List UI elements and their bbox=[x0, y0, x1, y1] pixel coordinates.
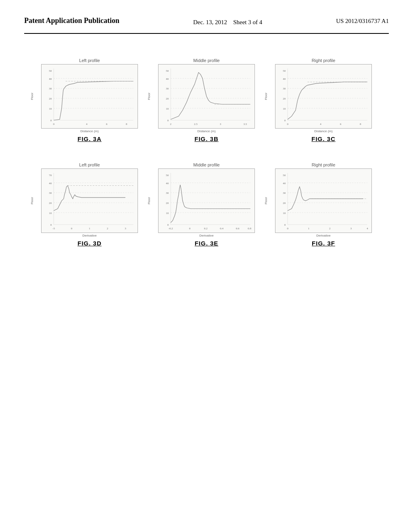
fig3f-yaxis: Floor bbox=[264, 197, 268, 204]
svg-text:40: 40 bbox=[49, 181, 52, 184]
svg-text:0.4: 0.4 bbox=[220, 227, 223, 230]
svg-text:0.8: 0.8 bbox=[248, 227, 251, 230]
figure-3b-block: Middle profile Floor bbox=[154, 58, 259, 142]
svg-text:0: 0 bbox=[189, 227, 191, 230]
fig3a-chart: 0 10 20 30 40 50 0 4 6 8 bbox=[41, 64, 138, 129]
svg-text:40: 40 bbox=[283, 77, 286, 80]
fig3c-xaxis: Distance (m) bbox=[314, 129, 332, 133]
svg-text:8: 8 bbox=[126, 123, 127, 125]
svg-text:0: 0 bbox=[71, 227, 73, 230]
svg-text:6: 6 bbox=[340, 123, 342, 125]
figures-row-1: Left profile Floor bbox=[24, 58, 389, 142]
svg-text:10: 10 bbox=[283, 107, 286, 110]
svg-text:0: 0 bbox=[50, 223, 52, 226]
fig3f-label: FIG. 3F bbox=[312, 240, 335, 247]
svg-text:3: 3 bbox=[350, 227, 352, 230]
figures-container: Left profile Floor bbox=[24, 58, 389, 247]
svg-text:50: 50 bbox=[49, 69, 52, 72]
svg-text:30: 30 bbox=[166, 191, 169, 194]
svg-text:0: 0 bbox=[167, 223, 169, 226]
svg-text:20: 20 bbox=[49, 201, 52, 204]
svg-text:10: 10 bbox=[49, 107, 52, 110]
publication-label: Patent Application Publication bbox=[24, 16, 119, 25]
svg-text:0: 0 bbox=[167, 119, 169, 122]
fig3b-wrapper: Floor bbox=[158, 64, 255, 133]
svg-text:10: 10 bbox=[166, 107, 169, 110]
figures-row-2: Left profile Floor bbox=[24, 162, 389, 247]
svg-text:0.2: 0.2 bbox=[204, 227, 208, 230]
fig3b-chart: 0 10 20 30 40 50 2 2.5 3 3.5 bbox=[158, 64, 255, 129]
svg-text:1: 1 bbox=[89, 227, 90, 230]
patent-number: US 2012/0316737 A1 bbox=[336, 16, 389, 25]
fig3e-title: Middle profile bbox=[193, 162, 219, 167]
svg-text:4: 4 bbox=[320, 123, 321, 125]
fig3d-label: FIG. 3D bbox=[77, 240, 102, 247]
svg-text:40: 40 bbox=[49, 77, 52, 80]
svg-text:0: 0 bbox=[284, 223, 286, 226]
svg-text:4: 4 bbox=[86, 123, 88, 125]
svg-text:30: 30 bbox=[283, 191, 286, 194]
fig3d-xaxis: Derivative bbox=[82, 234, 97, 237]
svg-text:0: 0 bbox=[287, 227, 288, 230]
pub-date: Dec. 13, 2012 bbox=[193, 19, 227, 25]
fig3f-xaxis: Derivative bbox=[316, 234, 331, 237]
svg-text:10: 10 bbox=[49, 211, 52, 214]
svg-text:4: 4 bbox=[367, 227, 368, 230]
fig3c-title: Right profile bbox=[312, 58, 336, 63]
svg-text:1: 1 bbox=[308, 227, 310, 230]
figure-3f-block: Right profile Floor bbox=[271, 162, 376, 247]
figure-3a-block: Left profile Floor bbox=[37, 58, 142, 142]
svg-text:40: 40 bbox=[166, 77, 169, 80]
svg-text:0.6: 0.6 bbox=[236, 227, 240, 230]
fig3a-title: Left profile bbox=[79, 58, 100, 63]
svg-text:40: 40 bbox=[166, 181, 169, 184]
svg-text:6: 6 bbox=[106, 123, 108, 125]
svg-text:2: 2 bbox=[170, 123, 171, 125]
svg-text:2: 2 bbox=[329, 227, 331, 230]
fig3e-label: FIG. 3E bbox=[195, 240, 219, 247]
fig3c-wrapper: Floor bbox=[275, 64, 372, 133]
svg-text:20: 20 bbox=[49, 97, 52, 100]
fig3c-chart: 0 10 20 30 40 50 0 4 6 8 bbox=[275, 64, 372, 129]
fig3c-label: FIG. 3C bbox=[311, 135, 336, 142]
svg-text:0: 0 bbox=[53, 123, 54, 125]
fig3d-yaxis: Floor bbox=[30, 197, 34, 204]
svg-text:30: 30 bbox=[166, 87, 169, 90]
svg-text:3: 3 bbox=[220, 123, 221, 125]
fig3e-wrapper: Floor bbox=[158, 168, 255, 237]
svg-text:40: 40 bbox=[283, 181, 286, 184]
fig3a-yaxis: Floor bbox=[30, 92, 34, 100]
svg-text:30: 30 bbox=[49, 191, 52, 194]
fig3f-chart: 0 10 20 30 40 50 0 1 2 3 4 bbox=[275, 168, 372, 233]
svg-text:10: 10 bbox=[166, 211, 169, 214]
fig3f-title: Right profile bbox=[312, 162, 336, 167]
svg-text:0: 0 bbox=[284, 119, 286, 122]
svg-text:50: 50 bbox=[166, 69, 169, 72]
fig3b-yaxis: Floor bbox=[147, 92, 151, 100]
figure-3e-block: Middle profile Floor bbox=[154, 162, 259, 247]
figure-3c-block: Right profile Floor bbox=[271, 58, 376, 142]
fig3a-label: FIG. 3A bbox=[77, 135, 102, 142]
fig3b-title: Middle profile bbox=[193, 58, 219, 63]
svg-text:0: 0 bbox=[50, 119, 52, 122]
svg-text:3.5: 3.5 bbox=[243, 123, 247, 125]
svg-text:3: 3 bbox=[125, 227, 126, 230]
fig3b-label: FIG. 3B bbox=[194, 135, 219, 142]
header-divider bbox=[24, 33, 389, 34]
svg-text:-5: -5 bbox=[52, 227, 55, 230]
svg-text:20: 20 bbox=[283, 97, 286, 100]
fig3d-chart: 0 10 20 30 40 70 -5 0 1 2 3 bbox=[41, 168, 138, 233]
svg-text:2.5: 2.5 bbox=[194, 123, 198, 125]
svg-text:30: 30 bbox=[283, 87, 286, 90]
svg-text:50: 50 bbox=[166, 173, 169, 176]
svg-text:50: 50 bbox=[283, 173, 286, 176]
fig3e-yaxis: Floor bbox=[147, 197, 151, 204]
fig3e-chart: 0 10 20 30 40 50 -0.2 0 0.2 0.4 0.6 bbox=[158, 168, 255, 233]
fig3f-wrapper: Floor bbox=[275, 168, 372, 237]
page: Patent Application Publication Dec. 13, … bbox=[0, 0, 413, 532]
fig3d-wrapper: Floor bbox=[41, 168, 138, 237]
svg-text:20: 20 bbox=[283, 201, 286, 204]
svg-text:0: 0 bbox=[287, 123, 288, 125]
svg-text:20: 20 bbox=[166, 201, 169, 204]
fig3d-title: Left profile bbox=[79, 162, 100, 167]
